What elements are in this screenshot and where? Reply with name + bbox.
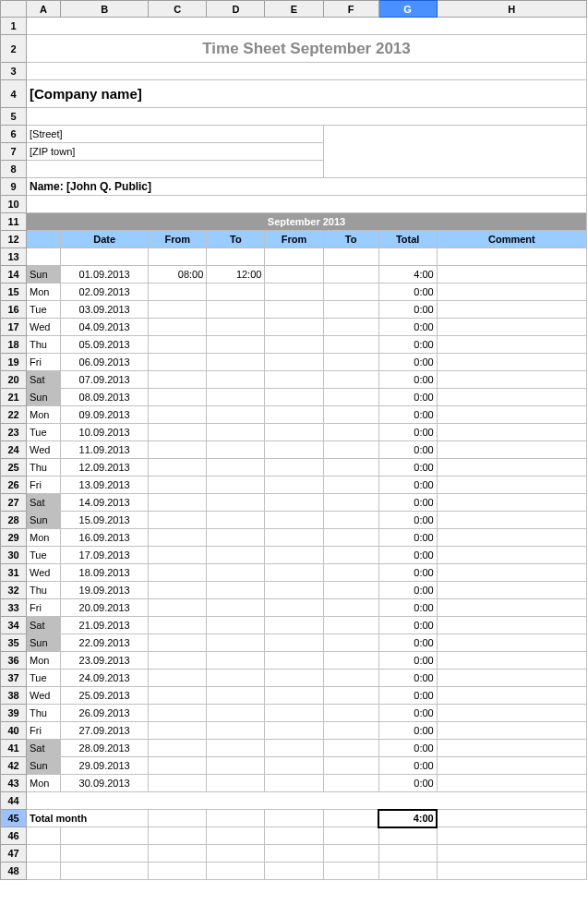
comment-cell[interactable]	[437, 336, 586, 354]
to1-cell[interactable]	[207, 301, 265, 319]
from2-cell[interactable]	[265, 477, 323, 494]
col-D[interactable]: D	[207, 1, 265, 18]
to2-cell[interactable]	[323, 599, 378, 617]
date-cell[interactable]: 11.09.2013	[61, 441, 149, 459]
row-39[interactable]: 39	[1, 705, 27, 722]
to1-cell[interactable]	[207, 757, 265, 775]
date-cell[interactable]: 06.09.2013	[61, 354, 149, 371]
comment-cell[interactable]	[437, 494, 586, 512]
to2-cell[interactable]	[323, 740, 378, 757]
to2-cell[interactable]	[323, 319, 378, 336]
row-36[interactable]: 36	[1, 652, 27, 670]
from1-cell[interactable]	[149, 406, 207, 424]
row-43[interactable]: 43	[1, 775, 27, 792]
to2-cell[interactable]	[323, 441, 378, 459]
day-name[interactable]: Sun	[27, 757, 61, 775]
comment-cell[interactable]	[437, 512, 586, 529]
date-cell[interactable]: 24.09.2013	[61, 670, 149, 687]
comment-cell[interactable]	[437, 634, 586, 652]
col-B[interactable]: B	[61, 1, 149, 18]
row-29[interactable]: 29	[1, 529, 27, 547]
cell[interactable]	[149, 863, 207, 880]
hdr-from1[interactable]: From	[149, 231, 207, 248]
from1-cell[interactable]	[149, 494, 207, 512]
date-cell[interactable]: 04.09.2013	[61, 319, 149, 336]
date-cell[interactable]: 09.09.2013	[61, 406, 149, 424]
total-cell[interactable]: 0:00	[378, 389, 437, 406]
row-3[interactable]: 3	[1, 63, 27, 80]
row-7[interactable]: 7	[1, 143, 27, 161]
date-cell[interactable]: 08.09.2013	[61, 389, 149, 406]
to1-cell[interactable]	[207, 617, 265, 634]
to1-cell[interactable]	[207, 722, 265, 740]
to2-cell[interactable]	[323, 284, 378, 301]
row-16[interactable]: 16	[1, 301, 27, 319]
to1-cell[interactable]	[207, 284, 265, 301]
from1-cell[interactable]	[149, 371, 207, 389]
to1-cell[interactable]	[207, 336, 265, 354]
comment-cell[interactable]	[437, 371, 586, 389]
from2-cell[interactable]	[265, 582, 323, 599]
total-cell[interactable]: 0:00	[378, 529, 437, 547]
to2-cell[interactable]	[323, 336, 378, 354]
from2-cell[interactable]	[265, 617, 323, 634]
to1-cell[interactable]	[207, 705, 265, 722]
total-cell[interactable]: 0:00	[378, 336, 437, 354]
comment-cell[interactable]	[437, 354, 586, 371]
cell[interactable]	[437, 863, 586, 880]
total-cell[interactable]: 0:00	[378, 582, 437, 599]
date-cell[interactable]: 03.09.2013	[61, 301, 149, 319]
day-name[interactable]: Thu	[27, 459, 61, 477]
to2-cell[interactable]	[323, 424, 378, 441]
spreadsheet[interactable]: A B C D E F G H 1 2Time Sheet September …	[0, 0, 587, 880]
from2-cell[interactable]	[265, 266, 323, 284]
hdr-comment[interactable]: Comment	[437, 231, 586, 248]
day-name[interactable]: Tue	[27, 424, 61, 441]
row-5[interactable]: 5	[1, 108, 27, 126]
comment-cell[interactable]	[437, 687, 586, 705]
select-all-corner[interactable]	[1, 1, 27, 18]
to1-cell[interactable]	[207, 319, 265, 336]
day-name[interactable]: Fri	[27, 477, 61, 494]
row-25[interactable]: 25	[1, 459, 27, 477]
comment-cell[interactable]	[437, 757, 586, 775]
to1-cell[interactable]	[207, 582, 265, 599]
to2-cell[interactable]	[323, 371, 378, 389]
from1-cell[interactable]	[149, 722, 207, 740]
date-cell[interactable]: 17.09.2013	[61, 547, 149, 564]
cell[interactable]	[61, 863, 149, 880]
row-14[interactable]: 14	[1, 266, 27, 284]
day-name[interactable]: Tue	[27, 547, 61, 564]
cell[interactable]	[207, 845, 265, 863]
from1-cell[interactable]	[149, 705, 207, 722]
company-name[interactable]: [Company name]	[27, 80, 587, 108]
day-name[interactable]: Wed	[27, 687, 61, 705]
total-cell[interactable]: 0:00	[378, 301, 437, 319]
total-month-label[interactable]: Total month	[27, 810, 149, 827]
from2-cell[interactable]	[265, 740, 323, 757]
from2-cell[interactable]	[265, 406, 323, 424]
from1-cell[interactable]	[149, 775, 207, 792]
day-name[interactable]: Tue	[27, 670, 61, 687]
total-cell[interactable]: 0:00	[378, 354, 437, 371]
to1-cell[interactable]	[207, 477, 265, 494]
to1-cell[interactable]	[207, 740, 265, 757]
total-month-value[interactable]: 4:00	[378, 810, 437, 827]
comment-cell[interactable]	[437, 459, 586, 477]
date-cell[interactable]: 25.09.2013	[61, 687, 149, 705]
total-cell[interactable]: 0:00	[378, 564, 437, 582]
hdr-to2[interactable]: To	[323, 231, 378, 248]
from1-cell[interactable]	[149, 670, 207, 687]
from2-cell[interactable]	[265, 336, 323, 354]
from2-cell[interactable]	[265, 424, 323, 441]
date-cell[interactable]: 13.09.2013	[61, 477, 149, 494]
cell[interactable]	[207, 827, 265, 845]
day-name[interactable]: Sun	[27, 512, 61, 529]
from2-cell[interactable]	[265, 301, 323, 319]
to1-cell[interactable]	[207, 441, 265, 459]
date-cell[interactable]: 23.09.2013	[61, 652, 149, 670]
total-cell[interactable]: 0:00	[378, 284, 437, 301]
comment-cell[interactable]	[437, 740, 586, 757]
day-name[interactable]: Wed	[27, 319, 61, 336]
hdr-from2[interactable]: From	[265, 231, 323, 248]
